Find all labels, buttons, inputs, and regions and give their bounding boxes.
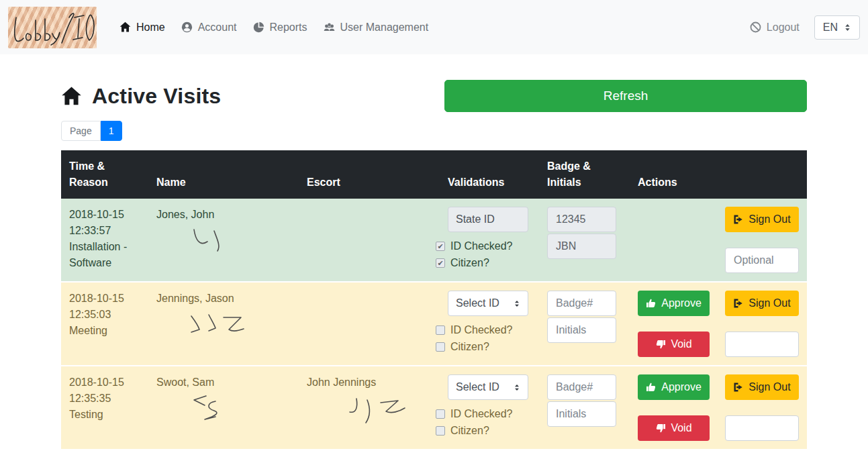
navbar-right: Logout EN — [750, 15, 860, 40]
visit-time: 2018-10-15 12:35:35 — [69, 374, 140, 407]
nav-item-label: Home — [136, 21, 165, 34]
column-header: Actions — [630, 150, 807, 199]
chevron-updown-icon — [514, 299, 520, 308]
sign-out-button[interactable]: Sign Out — [725, 374, 799, 400]
visit-reason: Meeting — [69, 323, 140, 339]
language-value: EN — [823, 21, 838, 34]
nav-item-home[interactable]: Home — [111, 16, 173, 39]
void-button[interactable]: Void — [638, 415, 710, 441]
nav-item-label: User Management — [340, 21, 429, 34]
refresh-button[interactable]: Refresh — [444, 80, 807, 112]
sign-out-icon — [733, 298, 744, 309]
nav-item-user-management[interactable]: User Management — [316, 16, 437, 39]
badge-input[interactable] — [547, 207, 616, 232]
logout-label: Logout — [767, 21, 800, 34]
id-checked-checkbox[interactable] — [436, 409, 445, 419]
pagination: Page 1 — [61, 121, 807, 141]
language-select[interactable]: EN — [814, 15, 860, 40]
pie-chart-icon — [253, 21, 264, 33]
note-input[interactable] — [725, 415, 799, 441]
citizen-checkbox[interactable] — [436, 342, 445, 352]
home-icon — [61, 86, 82, 107]
chevron-updown-icon — [514, 383, 520, 392]
visits-table: Time & ReasonNameEscortValidationsBadge … — [61, 150, 807, 449]
name-cell: Swoot, Sam — [148, 366, 299, 449]
escort-cell — [299, 283, 440, 365]
page-title: Active Visits — [61, 84, 221, 109]
visit-time: 2018-10-15 12:33:57 — [69, 207, 140, 239]
visit-time: 2018-10-15 12:35:03 — [69, 291, 140, 323]
id-type-select[interactable]: Select ID — [448, 374, 528, 400]
validations-cell: State ID ✔ ID Checked? ✔ Citizen? — [440, 199, 539, 281]
table-row: 2018-10-15 12:35:03 Meeting Jennings, Ja… — [61, 281, 807, 365]
nav-menu: HomeAccountReportsUser Management — [111, 16, 436, 39]
sign-out-button[interactable]: Sign Out — [725, 207, 799, 232]
escort-cell — [299, 199, 440, 281]
badge-input[interactable] — [547, 291, 616, 316]
nav-item-reports[interactable]: Reports — [245, 16, 316, 39]
id-checked-checkbox[interactable] — [436, 325, 445, 335]
actions-cell: Approve Sign Out V — [630, 366, 807, 449]
citizen-label: Citizen? — [450, 339, 489, 355]
table-row: 2018-10-15 12:33:57 Installation - Softw… — [61, 199, 807, 281]
badge-input[interactable] — [547, 374, 616, 400]
id-type-value: Select ID — [456, 295, 499, 311]
thumbs-up-icon — [646, 298, 657, 309]
id-type-value: Select ID — [456, 379, 499, 395]
name-cell: Jennings, Jason — [148, 283, 299, 365]
person-icon — [181, 21, 193, 33]
table-row: 2018-10-15 12:35:35 Testing Swoot, Sam J… — [61, 365, 807, 449]
column-header: Name — [148, 150, 299, 199]
thumbs-down-icon — [655, 423, 666, 434]
visitor-signature — [186, 225, 260, 260]
ban-icon — [750, 21, 761, 33]
id-checked-label: ID Checked? — [450, 238, 513, 254]
brand-handwriting — [8, 7, 97, 48]
validations-cell: Select ID ID Checked? Citizen? — [440, 283, 539, 365]
thumbs-up-icon — [646, 382, 657, 393]
sign-out-icon — [733, 214, 744, 225]
citizen-checkbox[interactable] — [436, 426, 445, 436]
visitor-signature — [186, 309, 260, 344]
escort-signature — [346, 393, 420, 428]
nav-item-account[interactable]: Account — [173, 16, 245, 39]
page-label[interactable]: Page — [61, 121, 101, 141]
chevron-updown-icon — [844, 23, 851, 32]
initials-input[interactable] — [547, 401, 616, 427]
logout-link[interactable]: Logout — [750, 21, 800, 34]
validations-cell: Select ID ID Checked? Citizen? — [440, 366, 539, 449]
note-input[interactable] — [725, 332, 799, 357]
name-cell: Jones, John — [148, 199, 299, 281]
id-checked-label: ID Checked? — [450, 406, 513, 422]
column-header: Badge & Initials — [539, 150, 630, 199]
top-navbar: HomeAccountReportsUser Management Logout… — [0, 0, 868, 54]
initials-input[interactable] — [547, 317, 616, 343]
citizen-label: Citizen? — [450, 423, 489, 439]
visit-reason: Installation - Software — [69, 239, 140, 271]
page-number-active[interactable]: 1 — [101, 121, 122, 141]
users-icon — [324, 21, 335, 33]
note-input[interactable] — [725, 248, 799, 273]
actions-cell: Approve Sign Out V — [630, 199, 807, 281]
brand-logo[interactable] — [8, 7, 97, 48]
id-type-value: State ID — [456, 211, 495, 227]
citizen-checkbox: ✔ — [436, 258, 445, 268]
column-header: Escort — [299, 150, 440, 199]
time-reason-cell: 2018-10-15 12:35:03 Meeting — [61, 283, 148, 365]
visitor-name: Jennings, Jason — [156, 291, 291, 307]
sign-out-button[interactable]: Sign Out — [725, 291, 799, 316]
id-type-select: State ID — [448, 207, 528, 232]
approve-button[interactable]: Approve — [638, 374, 710, 400]
visitor-signature — [186, 393, 260, 428]
visitor-name: Swoot, Sam — [156, 374, 291, 391]
id-type-select[interactable]: Select ID — [448, 291, 528, 316]
escort-name: John Jennings — [307, 374, 432, 391]
initials-input[interactable] — [547, 234, 616, 259]
void-button[interactable]: Void — [638, 332, 710, 357]
column-header: Time & Reason — [61, 150, 148, 199]
time-reason-cell: 2018-10-15 12:35:35 Testing — [61, 366, 148, 449]
thumbs-down-icon — [655, 339, 666, 350]
approve-button[interactable]: Approve — [638, 291, 710, 316]
visit-reason: Testing — [69, 407, 140, 423]
table-header-row: Time & ReasonNameEscortValidationsBadge … — [61, 150, 807, 199]
